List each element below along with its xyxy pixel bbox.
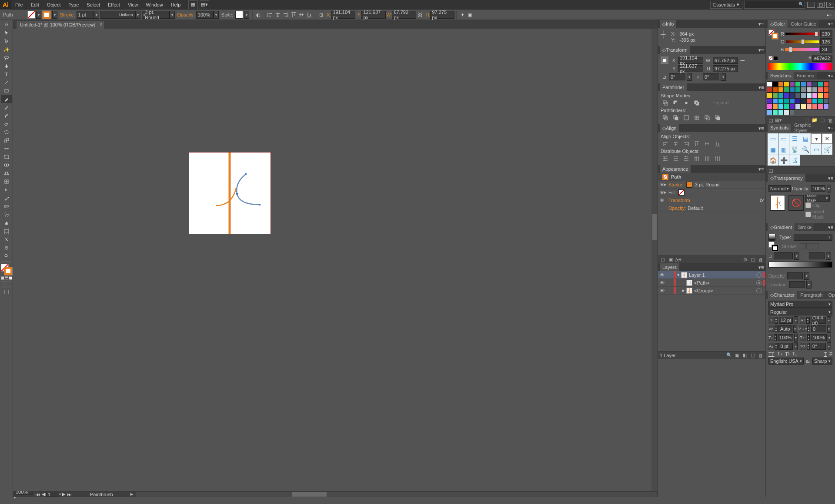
- recolor-icon[interactable]: ◐: [255, 11, 262, 18]
- font-family-select[interactable]: Myriad Pro: [768, 301, 832, 308]
- visibility-icon[interactable]: 👁: [658, 272, 666, 278]
- expand-tri-icon[interactable]: ▸: [664, 182, 668, 187]
- swatch[interactable]: [789, 104, 795, 109]
- fill-dropdown[interactable]: [36, 11, 41, 19]
- first-artboard-icon[interactable]: ⏮: [34, 492, 41, 497]
- panel-tab-info[interactable]: ◇ Info: [660, 20, 676, 28]
- b-input[interactable]: 34: [820, 46, 832, 53]
- artboard-nav-input[interactable]: 1: [46, 492, 59, 497]
- transform-w-input[interactable]: 67.792 px: [713, 57, 738, 64]
- swatch[interactable]: [818, 98, 823, 104]
- target-icon[interactable]: [756, 272, 762, 278]
- delete-icon[interactable]: 🗑: [758, 257, 764, 263]
- rectangle-tool-icon[interactable]: [1, 87, 12, 95]
- panel-tab-symbols[interactable]: Symbols: [768, 124, 791, 132]
- panel-tab-brushes[interactable]: Brushes: [794, 72, 817, 80]
- panel-menu-icon[interactable]: ▾≡: [758, 21, 764, 27]
- reference-point-icon[interactable]: [661, 56, 668, 64]
- panel-tab-character[interactable]: ◇ Character: [768, 291, 797, 299]
- stroke-swatch[interactable]: [43, 11, 50, 19]
- kern-dd[interactable]: [793, 325, 797, 333]
- shear-dd[interactable]: [721, 73, 726, 81]
- rotate-tool-icon[interactable]: [1, 128, 12, 136]
- angle-dd[interactable]: [687, 73, 692, 81]
- layer-name[interactable]: <Path>: [694, 280, 709, 285]
- magic-wand-tool-icon[interactable]: ✨: [1, 46, 12, 53]
- vs-dd[interactable]: [794, 334, 798, 342]
- panel-tab-swatches[interactable]: Swatches: [768, 72, 794, 80]
- swatch[interactable]: [795, 81, 801, 87]
- clear-icon[interactable]: ⊘: [742, 257, 748, 263]
- smallcaps-icon[interactable]: Tᴛ: [777, 351, 782, 357]
- mask-thumb[interactable]: [788, 195, 803, 211]
- swatch[interactable]: [789, 81, 795, 87]
- align-bottom-icon[interactable]: [713, 140, 722, 148]
- next-artboard-icon[interactable]: ▶: [61, 491, 66, 497]
- hscale-input[interactable]: 100%: [811, 334, 826, 341]
- symbol-item[interactable]: 📡: [789, 144, 800, 155]
- align-bottom-icon[interactable]: [306, 11, 313, 18]
- appearance-stroke-label[interactable]: Stroke:: [668, 182, 684, 187]
- swatch[interactable]: [801, 98, 806, 104]
- h-input[interactable]: 97.275 px: [430, 11, 454, 19]
- swatch[interactable]: [812, 93, 818, 98]
- swatch[interactable]: [767, 98, 772, 104]
- none-black-swatches[interactable]: [768, 56, 778, 60]
- swatch[interactable]: [806, 81, 812, 87]
- swatch[interactable]: [812, 104, 818, 109]
- swatch[interactable]: [812, 98, 818, 104]
- canvas[interactable]: [13, 29, 658, 491]
- swatch[interactable]: [772, 81, 778, 87]
- horizontal-scrollbar[interactable]: [136, 492, 657, 497]
- leading-dd[interactable]: [827, 316, 831, 324]
- shape-builder-tool-icon[interactable]: [1, 161, 12, 169]
- menu-type[interactable]: Type: [65, 0, 83, 10]
- swatch[interactable]: [801, 93, 806, 98]
- align-top-icon[interactable]: [692, 140, 701, 148]
- align-hcenter-icon[interactable]: [671, 140, 681, 148]
- last-artboard-icon[interactable]: ⏭: [66, 492, 73, 497]
- zoom-tool-icon[interactable]: [1, 252, 12, 260]
- eye-icon[interactable]: 👁: [660, 198, 664, 203]
- panel-menu-icon[interactable]: ▾≡: [758, 85, 764, 90]
- vscale-input[interactable]: 100%: [778, 334, 793, 341]
- dist-bottom-icon[interactable]: [681, 155, 691, 162]
- profile-dd[interactable]: [135, 11, 140, 19]
- delete-layer-icon[interactable]: 🗑: [758, 352, 764, 358]
- crop-icon[interactable]: [692, 114, 701, 122]
- swatches-grid[interactable]: [767, 80, 834, 116]
- panel-tab-graphic-styles[interactable]: Graphic Styles: [792, 124, 828, 132]
- symbol-item[interactable]: ▥: [778, 144, 789, 155]
- mesh-tool-icon[interactable]: [1, 178, 12, 186]
- appearance-fill-row[interactable]: 👁▸ Fill:: [658, 189, 765, 196]
- swatch[interactable]: [784, 104, 789, 109]
- font-size-input[interactable]: 12 pt: [779, 317, 793, 324]
- gradient-fill-stroke[interactable]: [768, 242, 778, 251]
- align-right-icon[interactable]: [282, 11, 289, 18]
- leading-spinner[interactable]: ▴▾: [806, 317, 809, 324]
- appearance-opacity-label[interactable]: Opacity:: [668, 206, 686, 211]
- drag-handle-icon[interactable]: ⠿: [1, 21, 12, 29]
- swatch[interactable]: [806, 104, 812, 109]
- swatch[interactable]: [767, 104, 772, 109]
- symbol-item[interactable]: ▭: [778, 133, 789, 144]
- selection-tool-icon[interactable]: [1, 29, 12, 37]
- x-input[interactable]: 191.104 px: [331, 11, 355, 19]
- layer-row[interactable]: 👁 ▸ <Group>: [658, 287, 765, 295]
- draw-mode-icons[interactable]: [1, 283, 12, 286]
- panel-tab-stroke[interactable]: Stroke: [795, 223, 814, 231]
- workspace-switcher[interactable]: Essentials▾: [710, 1, 742, 9]
- baseline-spinner[interactable]: ▴▾: [775, 343, 778, 350]
- exclude-icon[interactable]: [692, 99, 701, 107]
- layer-thumbnail[interactable]: [681, 272, 687, 278]
- symbol-item[interactable]: ☰: [789, 133, 800, 144]
- r-slider[interactable]: [785, 33, 819, 35]
- minus-back-icon[interactable]: [713, 114, 722, 122]
- swatch[interactable]: [801, 81, 806, 87]
- panel-menu-icon[interactable]: ▾≡: [828, 225, 833, 230]
- shape-builder-icon[interactable]: ✦: [459, 11, 466, 18]
- align-hcenter-icon[interactable]: [274, 11, 281, 18]
- swatch[interactable]: [789, 93, 795, 98]
- window-minimize[interactable]: –: [807, 2, 815, 8]
- menu-help[interactable]: Help: [167, 0, 185, 10]
